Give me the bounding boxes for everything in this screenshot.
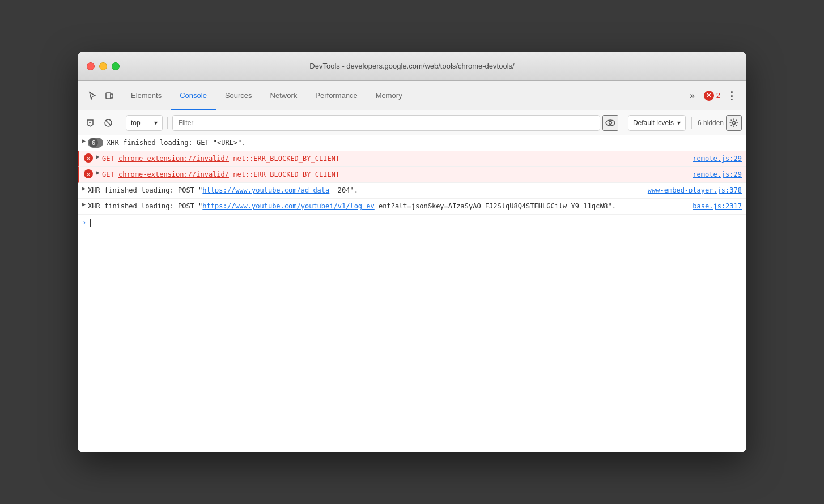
error-count: 2 — [716, 91, 720, 100]
console-input-line: › — [78, 215, 746, 230]
svg-line-5 — [106, 120, 111, 125]
toolbar-divider-3 — [623, 117, 623, 129]
context-selector[interactable]: top ▾ — [126, 115, 163, 131]
eye-button[interactable] — [602, 115, 618, 131]
xhr-post-text-1: XHR finished loading: POST "https://www.… — [88, 186, 334, 194]
error-badge: ✕ 2 — [704, 91, 720, 101]
gear-icon — [729, 118, 738, 127]
tab-bar: Elements Console Sources Network Perform… — [78, 81, 746, 110]
tab-list: Elements Console Sources Network Perform… — [122, 81, 680, 110]
tab-elements[interactable]: Elements — [122, 82, 171, 110]
log-entry-xhr-group: ▶ 6 XHR finished loading: GET "<URL>". — [78, 135, 746, 151]
default-levels-button[interactable]: Default levels ▾ — [628, 115, 686, 131]
xhr-post-source-1[interactable]: www-embed-player.js:378 — [648, 186, 742, 194]
console-content: ▶ 6 XHR finished loading: GET "<URL>". ✕… — [78, 135, 746, 452]
xhr-post-source-2[interactable]: base.js:2317 — [693, 202, 742, 210]
block-button[interactable] — [100, 115, 116, 131]
hidden-count: 6 hidden — [698, 119, 724, 127]
prompt-icon: › — [82, 218, 87, 227]
error-method-1: GET — [102, 155, 118, 163]
traffic-lights — [87, 62, 120, 70]
tab-sources[interactable]: Sources — [216, 82, 261, 110]
error-url-1[interactable]: chrome-extension://invalid/ — [118, 155, 229, 163]
tab-bar-right: » ✕ 2 ⋮ — [680, 81, 744, 110]
error-badge-icon: ✕ — [704, 91, 714, 101]
log-entry-error-2: ✕ ▶ GET chrome-extension://invalid/ net:… — [78, 167, 746, 183]
error-code-1: net::ERR_BLOCKED_BY_CLIENT — [233, 155, 339, 163]
xhr-group-count: 6 — [89, 138, 98, 147]
cursor-icon — [88, 91, 97, 100]
xhr-group-badge: 6 — [88, 138, 103, 148]
toolbar-divider-2 — [167, 117, 168, 129]
filter-input[interactable] — [172, 115, 600, 131]
expand-arrow-error-1[interactable]: ▶ — [96, 153, 100, 160]
toolbar-divider-1 — [121, 117, 121, 129]
title-bar: DevTools - developers.google.com/web/too… — [78, 52, 746, 81]
tab-bar-left-icons — [80, 81, 122, 110]
settings-button[interactable] — [726, 115, 742, 131]
close-button[interactable] — [87, 62, 95, 70]
more-options-button[interactable]: ⋮ — [724, 88, 740, 104]
toolbar-divider-4 — [691, 117, 692, 129]
error-icon-2: ✕ — [84, 169, 93, 178]
clear-console-button[interactable] — [82, 115, 98, 131]
devtools-window: DevTools - developers.google.com/web/too… — [78, 52, 746, 452]
error-url-2[interactable]: chrome-extension://invalid/ — [118, 170, 229, 178]
error-text-2: GET chrome-extension://invalid/ net::ERR… — [102, 169, 688, 180]
xhr-post-text-2: XHR finished loading: POST "https://www.… — [88, 202, 379, 210]
cursor-blink — [90, 219, 91, 227]
window-title: DevTools - developers.google.com/web/too… — [309, 62, 514, 70]
tab-performance[interactable]: Performance — [306, 82, 366, 110]
svg-marker-2 — [87, 120, 93, 126]
inspect-element-button[interactable] — [84, 88, 100, 104]
chevron-down-icon-levels: ▾ — [677, 119, 681, 127]
maximize-button[interactable] — [112, 62, 120, 70]
console-toolbar: top ▾ Default levels ▾ 6 hidden — [78, 110, 746, 135]
svg-rect-0 — [106, 93, 111, 99]
svg-point-7 — [609, 121, 611, 124]
xhr-group-text: XHR finished loading: GET "<URL>". — [107, 138, 742, 148]
block-icon — [104, 118, 113, 127]
error-source-1[interactable]: remote.js:29 — [693, 155, 742, 163]
xhr-post-text-2b: ent?alt=json&key=AIzaSyAO_FJ2SlqU8Q4STEH… — [379, 202, 616, 210]
expand-arrow-error-2[interactable]: ▶ — [96, 169, 100, 176]
error-text-1: GET chrome-extension://invalid/ net::ERR… — [102, 153, 688, 164]
expand-arrow-xhr-1[interactable]: ▶ — [82, 185, 86, 191]
device-icon — [105, 91, 114, 100]
tab-network[interactable]: Network — [261, 82, 307, 110]
error-code-2: net::ERR_BLOCKED_BY_CLIENT — [233, 170, 339, 178]
error-method-2: GET — [102, 170, 118, 178]
log-entry-xhr-post-2: ▶ XHR finished loading: POST "https://ww… — [78, 199, 746, 215]
more-tabs-button[interactable]: » — [685, 88, 700, 104]
xhr-post-url-2[interactable]: https://www.youtube.com/youtubei/v1/log_… — [202, 202, 374, 210]
log-entry-error-1: ✕ ▶ GET chrome-extension://invalid/ net:… — [78, 151, 746, 167]
svg-point-6 — [606, 120, 615, 126]
xhr-post-text-1b: _204". — [334, 186, 358, 194]
tab-console[interactable]: Console — [171, 82, 216, 110]
device-toolbar-button[interactable] — [101, 88, 117, 104]
expand-arrow-xhr-2[interactable]: ▶ — [82, 201, 86, 207]
xhr-post-url-1[interactable]: https://www.youtube.com/ad_data — [202, 186, 329, 194]
svg-rect-1 — [111, 94, 113, 98]
clear-icon — [86, 118, 95, 127]
chevron-down-icon: ▾ — [154, 119, 158, 127]
minimize-button[interactable] — [99, 62, 107, 70]
svg-point-8 — [733, 121, 736, 124]
tab-memory[interactable]: Memory — [367, 82, 411, 110]
error-icon-1: ✕ — [84, 153, 93, 163]
expand-arrow[interactable]: ▶ — [82, 138, 86, 144]
log-entry-xhr-post-1: ▶ XHR finished loading: POST "https://ww… — [78, 183, 746, 199]
error-source-2[interactable]: remote.js:29 — [693, 170, 742, 178]
eye-icon — [605, 119, 615, 127]
